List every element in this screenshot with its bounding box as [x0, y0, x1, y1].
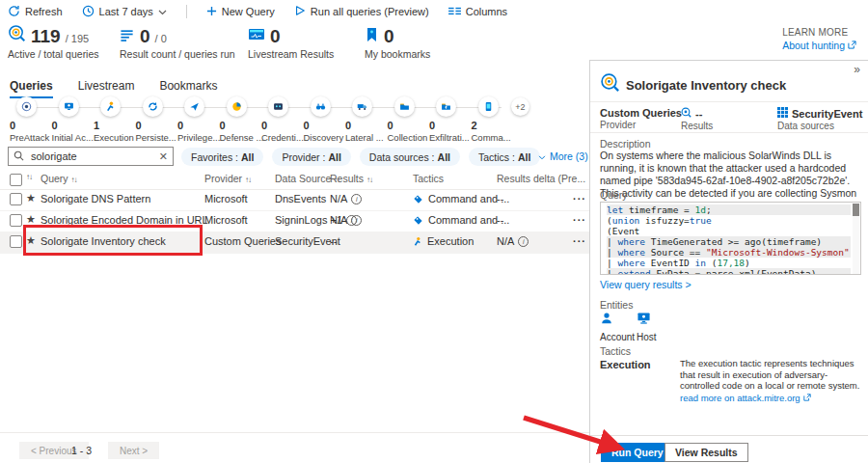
attack-chain-item-exfiltrati[interactable]: 0Exfiltrati...: [429, 96, 471, 143]
hunting-icon: [681, 107, 692, 120]
filter-data-sources[interactable]: Data sources :All: [360, 148, 460, 166]
favorite-star-icon[interactable]: ★: [26, 192, 36, 204]
chain-count: 0: [220, 120, 261, 131]
more-filters-link[interactable]: More (3): [538, 150, 588, 162]
column-header-query[interactable]: Query ↑↓: [41, 173, 77, 184]
attack-chain-item-collection[interactable]: 0Collection: [388, 96, 429, 143]
column-header-provider[interactable]: Provider ↑↓: [204, 173, 251, 184]
view-query-results-link[interactable]: View query results >: [600, 279, 692, 290]
sort-icon: ↑↓: [366, 176, 372, 184]
dart-icon: [184, 96, 204, 117]
attack-chain-item-discovery[interactable]: 0Discovery: [304, 96, 345, 143]
folder-icon: [394, 96, 415, 117]
chain-count: 0: [388, 120, 429, 131]
stat-label: Active / total queries: [8, 48, 99, 60]
page-range: 1 - 3: [71, 445, 92, 456]
tactic-description: The execution tactic represents techniqu…: [680, 358, 861, 403]
chain-count: 0: [52, 120, 94, 131]
info-icon[interactable]: i: [351, 194, 362, 204]
attack-chain-item-credenti[interactable]: 0Credenti...: [261, 96, 303, 143]
clear-search-icon[interactable]: ✕: [159, 150, 168, 163]
mitre-link[interactable]: read more on attack.mitre.org: [680, 393, 811, 404]
description-label: Description: [600, 138, 651, 150]
attack-chain-item-privilege[interactable]: 0Privilege...: [177, 96, 219, 143]
new-query-button[interactable]: New Query: [206, 6, 275, 18]
row-checkbox[interactable]: [10, 235, 22, 248]
filter-provider[interactable]: Provider :All: [272, 148, 350, 166]
row-menu-button[interactable]: ···: [573, 193, 586, 204]
time-range-dropdown[interactable]: Last 7 days: [82, 5, 167, 19]
chain-count: 1: [94, 120, 135, 131]
chain-label: Privilege...: [177, 132, 219, 143]
run-all-queries-button[interactable]: Run all queries (Preview): [294, 5, 429, 18]
results-delta-cell: --: [497, 214, 503, 226]
table-row-selected[interactable]: ★ Solorigate Inventory check Custom Quer…: [0, 232, 590, 254]
collapse-panel-icon[interactable]: »: [854, 63, 860, 76]
next-page-button[interactable]: Next >: [108, 442, 159, 459]
clock-icon: [82, 5, 95, 19]
column-header-results-delta[interactable]: Results delta (Pre... ↑↓: [497, 173, 594, 184]
select-all-checkbox[interactable]: [10, 174, 22, 186]
query-name[interactable]: Solorigate Encoded Domain in URL: [41, 214, 208, 226]
query-code-editor[interactable]: let timeframe = 1d;(union isfuzzy=true(E…: [600, 202, 861, 275]
stat-total: / 195: [66, 33, 89, 46]
scrollbar-thumb[interactable]: [853, 204, 859, 216]
hunting-page: Refresh Last 7 days New Query Run all qu…: [0, 0, 868, 463]
results-delta-cell: N/Ai: [497, 235, 529, 247]
device-icon: [478, 96, 499, 117]
columns-button[interactable]: Columns: [448, 6, 507, 18]
attack-chain-item-initialac[interactable]: 0Initial Ac...: [52, 96, 94, 143]
column-header-tactics[interactable]: Tactics: [413, 173, 444, 184]
tactic-name: Execution: [600, 359, 651, 370]
attack-chain-item-persiste[interactable]: 0Persiste...: [136, 96, 177, 143]
favorite-star-icon[interactable]: ★: [26, 234, 36, 247]
row-menu-button[interactable]: ···: [573, 214, 586, 226]
chain-label: Comma...: [472, 132, 513, 143]
query-code-line: (Event: [607, 226, 851, 236]
row-checkbox[interactable]: [10, 193, 22, 205]
mask-icon: [268, 96, 288, 117]
tab-queries[interactable]: Queries: [10, 79, 53, 98]
about-hunting-link[interactable]: About hunting: [782, 40, 856, 51]
tactics-cell: Command and ...: [413, 214, 509, 228]
results-cell: N/Ai: [330, 193, 362, 204]
attack-chain-item-defense[interactable]: 0Defense ...: [220, 96, 261, 143]
search-input[interactable]: [29, 150, 154, 163]
info-icon[interactable]: i: [518, 236, 529, 247]
run-query-button[interactable]: Run Query: [601, 443, 674, 462]
row-menu-button[interactable]: ···: [573, 235, 586, 247]
row-checkbox[interactable]: [10, 214, 22, 227]
attack-chain-item-comma[interactable]: 2Comma...: [472, 96, 513, 143]
chain-count: 2: [472, 120, 513, 131]
query-code: let timeframe = 1d;(union isfuzzy=true(E…: [607, 204, 851, 275]
stat-total: / 0: [155, 33, 167, 46]
sort-favorites-icon[interactable]: ↑↓: [26, 173, 32, 181]
refresh-button[interactable]: Refresh: [8, 5, 63, 19]
tab-bookmarks[interactable]: Bookmarks: [159, 79, 217, 98]
chain-count: 0: [177, 120, 219, 131]
table-row[interactable]: ★ Solorigate DNS Pattern Microsoft DnsEv…: [0, 189, 590, 211]
attack-chain-item-preattack[interactable]: 0PreAttack: [10, 96, 51, 143]
chain-label: Collection: [388, 132, 429, 143]
info-icon[interactable]: i: [351, 215, 362, 226]
sort-icon: ↑↓: [245, 176, 251, 184]
view-results-button[interactable]: View Results: [665, 443, 748, 462]
column-header-results[interactable]: Results ↑↓: [330, 173, 372, 184]
favorite-star-icon[interactable]: ★: [26, 213, 36, 226]
filter-tactics[interactable]: Tactics :All: [469, 148, 540, 166]
refresh-icon: [8, 5, 20, 19]
code-scrollbar[interactable]: [853, 204, 859, 275]
chain-more-badge[interactable]: +2: [511, 97, 529, 116]
query-name[interactable]: Solorigate Inventory check: [41, 235, 166, 247]
table-row[interactable]: ★ Solorigate Encoded Domain in URL Micro…: [0, 210, 590, 232]
tab-livestream[interactable]: Livestream: [78, 79, 135, 98]
filter-favorites[interactable]: Favorites :All: [181, 148, 263, 166]
stat-label: My bookmarks: [365, 48, 430, 60]
footer-divider: [0, 432, 589, 433]
divider: [590, 101, 868, 102]
chain-label: Initial Ac...: [52, 132, 94, 143]
attack-chain-item-execution[interactable]: 1Execution: [94, 96, 135, 143]
query-name[interactable]: Solorigate DNS Pattern: [41, 193, 150, 204]
attack-chain-item-lateral[interactable]: 0Lateral ...: [345, 96, 387, 143]
plus-icon: [206, 6, 217, 18]
